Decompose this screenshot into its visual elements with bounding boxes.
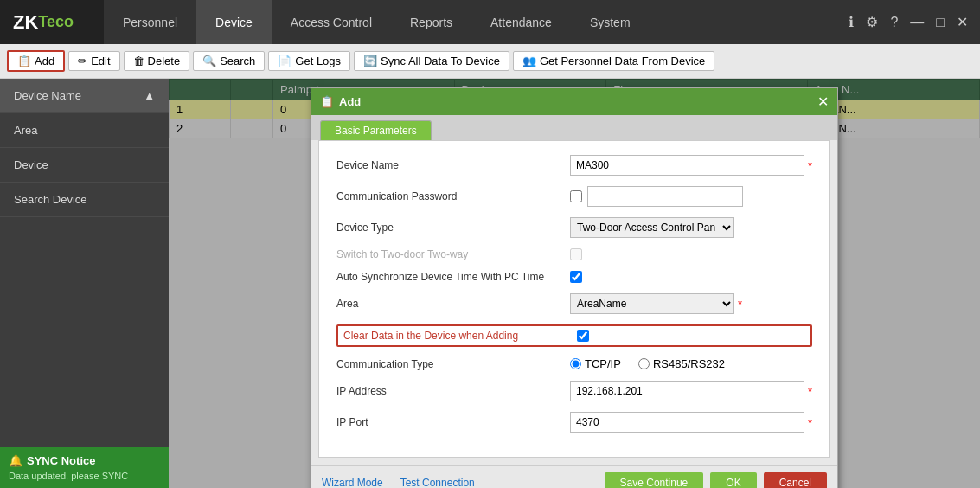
modal-close-button[interactable]: ✕: [817, 93, 829, 110]
nav-attendance[interactable]: Attendance: [471, 0, 571, 44]
sync-icon: 🔔: [9, 454, 22, 467]
get-personnel-button[interactable]: 👥 Get Personnel Data From Device: [513, 51, 714, 71]
sync-notice-label: SYNC Notice: [27, 454, 95, 467]
search-icon: 🔍: [202, 55, 216, 67]
sidebar-item-device-name[interactable]: Device Name ▲: [0, 79, 169, 113]
modal-title: 📋 Add: [320, 95, 361, 108]
minimize-icon[interactable]: —: [906, 13, 927, 32]
clear-data-label: Clear Data in the Device when Adding: [343, 330, 577, 342]
get-logs-button[interactable]: 📄 Get Logs: [268, 51, 350, 71]
content-area: Palmpri... Devic... Firmware Area N... 1…: [169, 79, 980, 488]
test-connection-link[interactable]: Test Connection: [400, 477, 475, 488]
rs485-radio[interactable]: RS485/RS232: [638, 357, 725, 370]
search-button[interactable]: 🔍 Search: [193, 51, 265, 71]
cancel-button[interactable]: Cancel: [764, 472, 827, 488]
chevron-up-icon: ▲: [144, 89, 155, 102]
sidebar-device-name-label: Device Name: [14, 89, 81, 102]
nav-device[interactable]: Device: [196, 0, 272, 44]
nav-personnel[interactable]: Personnel: [104, 0, 196, 44]
edit-button[interactable]: ✏ Edit: [68, 51, 119, 71]
comm-pwd-input[interactable]: [587, 186, 743, 207]
nav-access-control[interactable]: Access Control: [272, 0, 391, 44]
switch-two-door-row: Switch to Two-door Two-way: [336, 248, 812, 260]
device-type-label: Device Type: [336, 222, 570, 234]
sidebar-area-label: Area: [14, 124, 37, 137]
wizard-mode-link[interactable]: Wizard Mode: [322, 477, 383, 488]
close-window-icon[interactable]: ✕: [953, 12, 971, 32]
top-navigation: ZKTeco Personnel Device Access Control R…: [0, 0, 980, 44]
ip-port-input[interactable]: [570, 412, 804, 433]
clear-data-row: Clear Data in the Device when Adding: [336, 324, 812, 347]
modal-footer: Wizard Mode Test Connection Save Continu…: [311, 465, 837, 488]
area-select[interactable]: AreaName: [570, 293, 734, 314]
device-type-row: Device Type Two-Door Access Control Pan: [336, 217, 812, 238]
sidebar-device-label: Device: [14, 158, 48, 171]
sync-notice: 🔔 SYNC Notice Data updated, please SYNC: [0, 447, 169, 488]
comm-pwd-label: Communication Password: [336, 190, 570, 202]
ip-address-input[interactable]: [570, 381, 804, 401]
area-row: Area AreaName *: [336, 293, 812, 314]
comm-pwd-wrap: [570, 186, 743, 207]
edit-label: Edit: [91, 55, 110, 67]
get-personnel-label: Get Personnel Data From Device: [540, 55, 705, 67]
sidebar-item-device[interactable]: Device: [0, 148, 169, 183]
auto-sync-checkbox[interactable]: [570, 271, 582, 283]
delete-icon: 🗑: [133, 55, 144, 67]
modal-tabs: Basic Parameters: [311, 115, 837, 140]
sync-notice-message: Data updated, please SYNC: [9, 471, 160, 481]
maximize-icon[interactable]: □: [932, 13, 948, 32]
gear-icon[interactable]: ⚙: [862, 12, 881, 32]
comm-type-radio-group: TCP/IP RS485/RS232: [570, 357, 725, 370]
sync-all-button[interactable]: 🔄 Sync All Data To Device: [354, 51, 509, 71]
area-label: Area: [336, 298, 570, 310]
sidebar-item-area[interactable]: Area: [0, 113, 169, 148]
logo: ZKTeco: [0, 0, 104, 44]
modal-title-text: Add: [339, 95, 361, 108]
help-icon[interactable]: ?: [887, 13, 901, 32]
switch-checkbox: [570, 248, 582, 260]
logo-teco: Teco: [38, 13, 74, 31]
rs485-label: RS485/RS232: [653, 357, 725, 370]
sidebar-item-search-device[interactable]: Search Device: [0, 183, 169, 217]
save-continue-button[interactable]: Save Continue: [605, 472, 704, 488]
clear-data-checkbox[interactable]: [577, 330, 589, 342]
device-type-select[interactable]: Two-Door Access Control Pan: [570, 217, 734, 238]
auto-sync-label: Auto Synchronize Device Time With PC Tim…: [336, 271, 570, 283]
get-personnel-icon: 👥: [522, 55, 536, 67]
modal-add-icon: 📋: [320, 95, 334, 108]
rs485-radio-input[interactable]: [638, 358, 650, 369]
comm-pwd-checkbox[interactable]: [570, 190, 582, 202]
tab-basic-parameters[interactable]: Basic Parameters: [320, 120, 432, 140]
area-required: *: [738, 298, 742, 311]
footer-buttons: Save Continue OK Cancel: [605, 472, 827, 488]
comm-pwd-row: Communication Password: [336, 186, 812, 207]
get-logs-label: Get Logs: [295, 55, 341, 67]
switch-label: Switch to Two-door Two-way: [336, 248, 570, 260]
modal-header: 📋 Add ✕: [311, 88, 837, 115]
info-icon[interactable]: ℹ: [845, 12, 857, 32]
auto-sync-row: Auto Synchronize Device Time With PC Tim…: [336, 271, 812, 283]
nav-items: Personnel Device Access Control Reports …: [104, 0, 836, 44]
get-logs-icon: 📄: [278, 55, 291, 67]
device-name-required: *: [808, 159, 812, 172]
add-button[interactable]: 📋 Add: [7, 50, 65, 72]
sync-all-label: Sync All Data To Device: [381, 55, 500, 67]
nav-reports[interactable]: Reports: [391, 0, 471, 44]
sync-notice-title: 🔔 SYNC Notice: [9, 454, 160, 467]
toolbar: 📋 Add ✏ Edit 🗑 Delete 🔍 Search 📄 Get Log…: [0, 44, 980, 79]
ok-button[interactable]: OK: [710, 472, 756, 488]
ip-port-label: IP Port: [336, 416, 570, 428]
delete-label: Delete: [148, 55, 181, 67]
tcp-ip-radio-input[interactable]: [570, 358, 581, 369]
device-name-input[interactable]: [570, 155, 804, 176]
sidebar-search-device-label: Search Device: [14, 193, 87, 206]
delete-button[interactable]: 🗑 Delete: [124, 51, 190, 71]
nav-system[interactable]: System: [571, 0, 650, 44]
search-label: Search: [220, 55, 255, 67]
ip-port-required: *: [808, 416, 812, 429]
tcp-ip-radio[interactable]: TCP/IP: [570, 357, 621, 370]
ip-address-required: *: [808, 385, 812, 398]
device-name-row: Device Name *: [336, 155, 812, 176]
add-icon: 📋: [17, 55, 31, 67]
ip-port-row: IP Port *: [336, 412, 812, 433]
